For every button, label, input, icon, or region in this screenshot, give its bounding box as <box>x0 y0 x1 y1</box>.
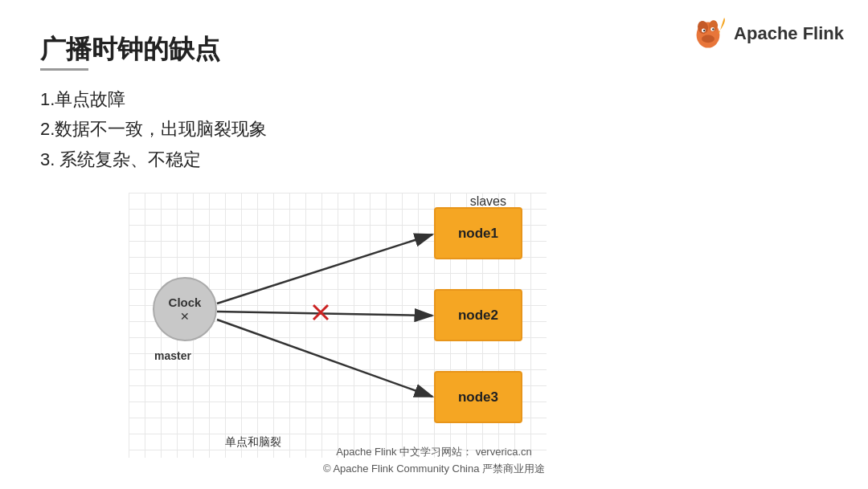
logo-text: Apache Flink <box>734 23 844 44</box>
clock-symbol: ✕ <box>180 310 190 323</box>
svg-point-6 <box>712 28 714 30</box>
diagram-area: slaves Clock ✕ master node1 node2 node3 <box>129 193 547 458</box>
content-item-1: 1.单点故障 <box>40 84 267 114</box>
content-item-2: 2.数据不一致，出现脑裂现象 <box>40 114 267 144</box>
footer-line2: © Apache Flink Community China 严禁商业用途 <box>0 461 868 478</box>
flink-logo-icon <box>689 14 727 53</box>
content-item-3: 3. 系统复杂、不稳定 <box>40 145 267 174</box>
svg-point-7 <box>702 35 714 43</box>
clock-label: Clock <box>169 295 202 310</box>
footer: Apache Flink 中文学习网站： ververica.cn © Apac… <box>0 444 868 478</box>
master-label: master <box>154 349 191 362</box>
node2-label: node2 <box>458 308 498 324</box>
logo-area: Apache Flink <box>689 14 844 53</box>
svg-point-5 <box>703 30 705 31</box>
node3-box: node3 <box>434 371 522 423</box>
page-title: 广播时钟的缺点 <box>40 32 220 67</box>
node1-box: node1 <box>434 207 522 259</box>
node1-label: node1 <box>458 226 498 242</box>
node3-label: node3 <box>458 389 498 405</box>
node2-box: node2 <box>434 289 522 341</box>
clock-circle: Clock ✕ <box>153 277 217 341</box>
content-list: 1.单点故障 2.数据不一致，出现脑裂现象 3. 系统复杂、不稳定 <box>40 84 267 174</box>
footer-line1: Apache Flink 中文学习网站： ververica.cn <box>0 444 868 461</box>
title-underline <box>40 68 88 71</box>
